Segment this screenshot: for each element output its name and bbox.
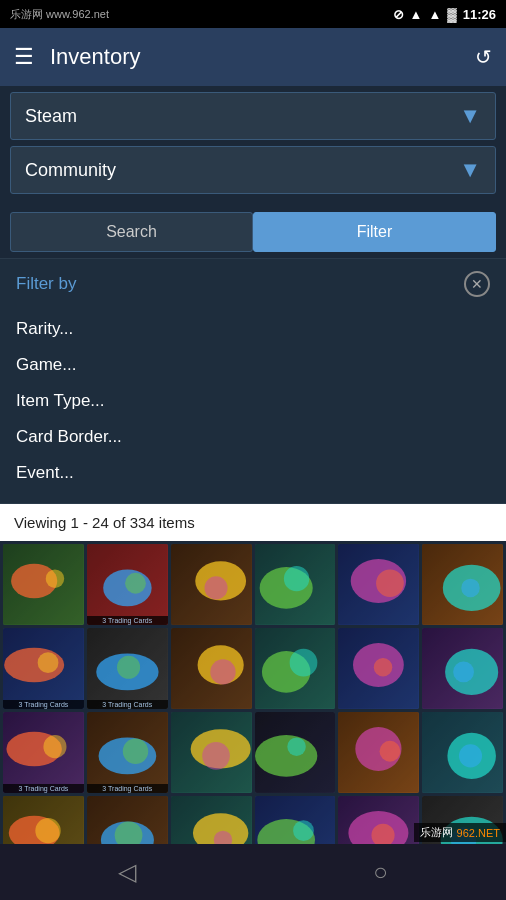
- tab-filter[interactable]: Filter: [253, 212, 496, 252]
- watermark: 乐游网 962.NET: [414, 823, 506, 842]
- filter-option-item-type[interactable]: Item Type...: [16, 383, 490, 419]
- svg-point-47: [287, 737, 305, 755]
- grid-item[interactable]: [255, 712, 336, 793]
- grid-item[interactable]: [171, 712, 252, 793]
- do-not-disturb-icon: ⊘: [393, 7, 404, 22]
- svg-point-65: [293, 820, 314, 841]
- battery-icon: ▓: [447, 7, 456, 22]
- grid-item[interactable]: [338, 544, 419, 625]
- filter-panel: Filter by ✕ Rarity... Game... Item Type.…: [0, 258, 506, 504]
- status-left-text: 乐游网 www.962.net: [10, 7, 109, 22]
- svg-point-8: [204, 576, 227, 599]
- svg-point-46: [255, 735, 317, 777]
- time-display: 11:26: [463, 7, 496, 22]
- svg-point-26: [210, 659, 235, 684]
- grid-item[interactable]: 3 Trading Cards: [87, 712, 168, 793]
- svg-point-56: [35, 817, 60, 842]
- community-dropdown-arrow-icon: ▼: [459, 157, 481, 183]
- svg-point-17: [461, 579, 479, 597]
- filter-option-event[interactable]: Event...: [16, 455, 490, 491]
- viewing-count: Viewing 1 - 24 of 334 items: [0, 504, 506, 541]
- filter-option-rarity[interactable]: Rarity...: [16, 311, 490, 347]
- svg-point-44: [202, 742, 230, 770]
- filter-option-game[interactable]: Game...: [16, 347, 490, 383]
- grid-item[interactable]: 3 Trading Cards: [3, 628, 84, 709]
- svg-point-14: [376, 569, 404, 597]
- home-button[interactable]: ○: [343, 848, 418, 896]
- app-bar: ☰ Inventory ↺: [0, 28, 506, 86]
- steam-dropdown-arrow-icon: ▼: [459, 103, 481, 129]
- grid-item[interactable]: [422, 712, 503, 793]
- bottom-nav: ◁ ○: [0, 844, 506, 900]
- svg-point-32: [374, 658, 392, 676]
- grid-item[interactable]: 3 Trading Cards: [3, 712, 84, 793]
- status-bar: 乐游网 www.962.net ⊘ ▲ ▲ ▓ 11:26: [0, 0, 506, 28]
- grid-item[interactable]: [422, 628, 503, 709]
- steam-dropdown[interactable]: Steam ▼: [10, 92, 496, 140]
- svg-point-68: [372, 823, 395, 846]
- grid-item[interactable]: [171, 628, 252, 709]
- watermark-site: 乐游网: [420, 825, 453, 840]
- svg-point-5: [125, 573, 146, 594]
- status-right: ⊘ ▲ ▲ ▓ 11:26: [393, 7, 496, 22]
- signal-icon: ▲: [428, 7, 441, 22]
- svg-point-29: [289, 649, 317, 677]
- back-button[interactable]: ◁: [88, 848, 166, 896]
- community-dropdown[interactable]: Community ▼: [10, 146, 496, 194]
- community-dropdown-label: Community: [25, 160, 116, 181]
- svg-point-20: [38, 652, 59, 673]
- steam-dropdown-label: Steam: [25, 106, 77, 127]
- svg-point-35: [453, 661, 474, 682]
- grid-item[interactable]: [422, 544, 503, 625]
- grid-item[interactable]: 3 Trading Cards: [87, 544, 168, 625]
- watermark-domain: 962.NET: [457, 827, 500, 839]
- tab-search[interactable]: Search: [10, 212, 253, 252]
- grid-item[interactable]: [255, 544, 336, 625]
- grid-item[interactable]: 3 Trading Cards: [87, 628, 168, 709]
- close-filter-button[interactable]: ✕: [464, 271, 490, 297]
- svg-point-38: [43, 735, 66, 758]
- tab-bar: Search Filter: [0, 206, 506, 258]
- filter-header: Filter by ✕: [16, 271, 490, 297]
- svg-point-50: [380, 741, 401, 762]
- grid-item[interactable]: [338, 712, 419, 793]
- wifi-icon: ▲: [410, 7, 423, 22]
- svg-point-2: [46, 569, 64, 587]
- svg-point-23: [117, 656, 140, 679]
- grid-item[interactable]: [255, 628, 336, 709]
- steam-dropdown-container: Steam ▼ Community ▼: [0, 86, 506, 206]
- grid-item[interactable]: [338, 628, 419, 709]
- grid-item[interactable]: [171, 544, 252, 625]
- hamburger-menu-icon[interactable]: ☰: [14, 44, 34, 70]
- grid-item[interactable]: [3, 544, 84, 625]
- filter-option-card-border[interactable]: Card Border...: [16, 419, 490, 455]
- filter-by-label: Filter by: [16, 274, 76, 294]
- svg-point-11: [283, 566, 308, 591]
- svg-point-41: [123, 738, 148, 763]
- svg-point-53: [459, 744, 482, 767]
- refresh-icon[interactable]: ↺: [475, 45, 492, 69]
- page-title: Inventory: [50, 44, 459, 70]
